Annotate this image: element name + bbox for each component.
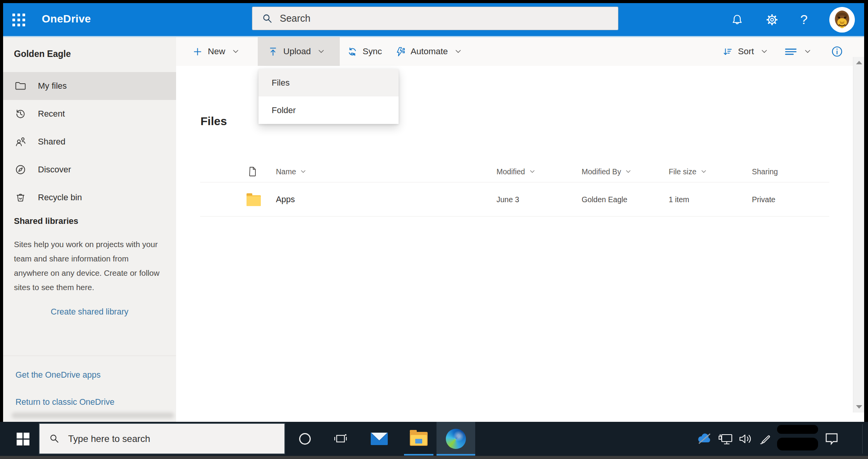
sort-icon [722,46,733,57]
sidebar: Golden Eagle My files Recent [3,37,176,422]
sidebar-item-my-files[interactable]: My files [3,72,176,100]
edge-open-indicator [437,454,475,456]
column-header-modified-by[interactable]: Modified By [582,164,632,179]
info-button[interactable] [831,37,843,66]
file-explorer-icon [410,432,428,446]
return-classic-onedrive-link[interactable]: Return to classic OneDrive [15,397,115,407]
sidebar-divider [3,356,176,356]
cortana-button[interactable] [294,422,316,456]
scroll-down-arrow[interactable] [856,405,862,409]
row-sharing: Private [752,183,776,216]
vertical-scrollbar[interactable] [853,57,864,413]
taskbar-search[interactable] [39,423,285,454]
screen-bottom-border [0,456,868,459]
sidebar-owner-title: Golden Eagle [14,49,71,59]
start-button[interactable] [5,422,40,456]
app-title[interactable]: OneDrive [42,13,91,25]
page-title: Files [200,115,227,128]
row-modified-by: Golden Eagle [582,183,627,216]
mail-button[interactable] [367,422,392,456]
sync-button-label: Sync [363,46,382,57]
sidebar-item-label: Discover [38,165,71,175]
info-icon [831,45,843,58]
network-tray-icon[interactable] [718,422,734,456]
sort-button[interactable]: Sort [722,37,768,66]
automate-button[interactable]: Automate [395,37,462,66]
chevron-down-icon [300,169,306,174]
column-header-modified[interactable]: Modified [496,164,536,179]
new-button-label: New [208,46,225,57]
search-input[interactable] [280,13,589,24]
new-button[interactable]: New [192,37,240,66]
scroll-up-arrow[interactable] [856,61,862,64]
sync-button[interactable]: Sync [347,37,382,66]
sidebar-item-label: Shared [38,137,65,147]
chevron-down-icon [804,49,812,54]
account-avatar[interactable] [829,7,855,33]
onedrive-header: OneDrive [3,3,864,37]
sidebar-item-shared[interactable]: Shared [3,128,176,156]
upload-menu-item-folder[interactable]: Folder [259,96,399,124]
sidebar-item-discover[interactable]: Discover [3,156,176,184]
plus-icon [192,46,203,57]
create-shared-library-link[interactable]: Create shared library [3,307,176,317]
select-column-header[interactable] [247,164,258,179]
list-view-icon [784,45,797,58]
onedrive-cloud-tray-icon[interactable] [696,422,713,456]
volume-tray-icon[interactable] [738,422,753,456]
people-icon [15,136,26,148]
column-header-sharing[interactable]: Sharing [752,164,778,179]
show-desktop-divider[interactable] [862,424,863,454]
sidebar-item-recycle-bin[interactable]: Recycle bin [3,184,176,211]
chevron-down-icon [529,169,536,174]
redacted-date-area [777,438,818,450]
notifications-bell-icon[interactable] [731,13,744,26]
automate-flow-icon [395,46,406,57]
sidebar-item-recent[interactable]: Recent [3,100,176,128]
upload-button[interactable]: Upload [258,37,340,66]
taskbar-search-input[interactable] [68,433,269,444]
row-modified: June 3 [496,183,519,216]
sort-button-label: Sort [738,46,754,57]
row-file-size: 1 item [669,183,689,216]
view-options-button[interactable] [784,37,812,66]
task-view-icon [334,433,347,445]
column-header-file-size[interactable]: File size [669,164,707,179]
automate-button-label: Automate [411,46,448,57]
edge-button[interactable] [437,422,475,456]
table-row[interactable]: Apps June 3 Golden Eagle 1 item Private [176,183,864,216]
settings-gear-icon[interactable] [765,13,779,26]
upload-button-label: Upload [283,46,311,57]
document-icon [247,166,258,177]
upload-menu-item-files[interactable]: Files [259,69,399,96]
help-icon[interactable]: ? [800,12,808,27]
command-toolbar: New Upload Sync [176,37,864,66]
sidebar-item-label: Recycle bin [38,193,82,203]
table-divider [200,216,829,217]
sidebar-item-label: My files [38,81,67,91]
upload-dropdown-menu: Files Folder [259,69,399,124]
action-center-button[interactable] [824,422,839,456]
main-content: New Upload Sync [176,37,864,422]
chevron-down-icon [700,169,707,174]
mail-icon [370,432,388,445]
file-explorer-button[interactable] [404,422,433,456]
task-view-button[interactable] [329,422,352,456]
pen-tray-icon[interactable] [759,422,772,456]
shared-libraries-description: Sites help you work on projects with you… [14,237,162,294]
history-icon [15,108,26,120]
column-header-name[interactable]: Name [276,164,306,179]
file-explorer-open-indicator [404,454,433,456]
row-name[interactable]: Apps [276,183,295,216]
app-launcher-icon[interactable] [12,14,26,28]
edge-icon [446,429,466,449]
windows-logo-icon [17,433,29,445]
redacted-clock-area [777,425,818,434]
search-icon [262,13,273,24]
row-folder-icon-cell [247,183,261,216]
screen: OneDrive [0,0,868,459]
header-search[interactable] [252,7,618,30]
search-icon [49,433,60,444]
folder-icon [247,195,261,206]
get-onedrive-apps-link[interactable]: Get the OneDrive apps [15,370,101,380]
